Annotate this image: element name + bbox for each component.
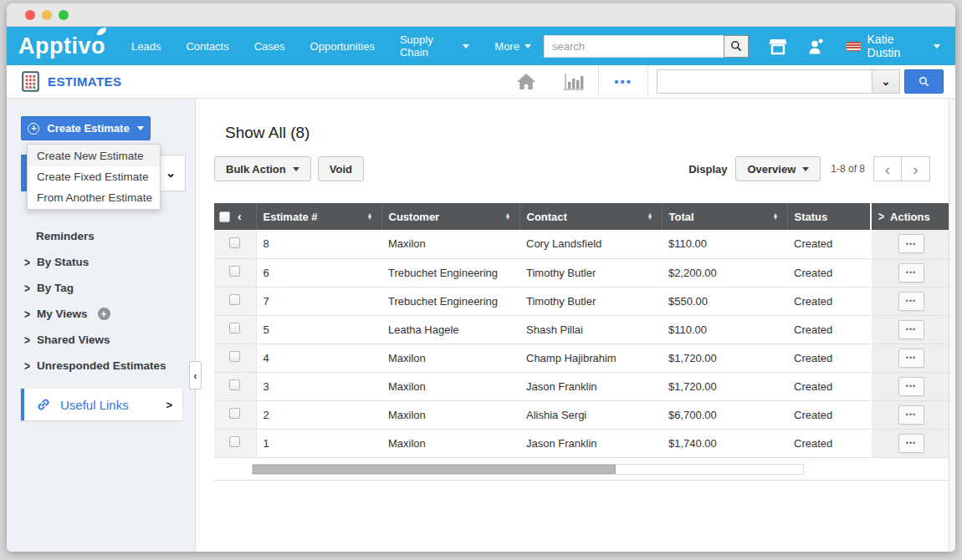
scrollbar-thumb[interactable] (253, 465, 616, 474)
sidebar-collapse-handle[interactable]: ‹ (189, 361, 202, 389)
window-zoom-button[interactable] (59, 10, 69, 20)
row-checkbox[interactable] (229, 379, 240, 390)
sidebar-item-useful-links[interactable]: Useful Links > (21, 389, 182, 420)
row-actions-button[interactable]: ••• (898, 349, 924, 368)
global-search-input[interactable] (544, 35, 724, 58)
row-checkbox[interactable] (229, 436, 240, 447)
column-header-customer[interactable]: Customer▲▼ (381, 203, 519, 230)
sort-icon[interactable]: ▲▼ (773, 213, 780, 221)
row-actions-cell: ••• (871, 400, 950, 429)
row-actions-button[interactable]: ••• (898, 434, 924, 453)
row-actions-button[interactable]: ••• (898, 377, 924, 396)
sidebar-item-reminders[interactable]: Reminders (7, 223, 195, 249)
column-label: Customer (389, 211, 440, 223)
next-page-button[interactable]: › (902, 156, 930, 181)
store-icon[interactable] (769, 38, 787, 55)
reports-button[interactable] (550, 65, 598, 98)
main-nav: LeadsContactsCasesOpportunitiesSupply Ch… (119, 27, 544, 65)
table-row[interactable]: 3MaxilonJason Franklin$1,720.00Created••… (214, 372, 950, 400)
display-mode-value: Overview (747, 163, 796, 176)
bulk-action-button[interactable]: Bulk Action (214, 156, 311, 181)
column-header-estimate-[interactable]: Estimate #▲▼ (256, 203, 381, 230)
table-row[interactable]: 8MaxilonCory Landsfield$110.00Created••• (214, 230, 950, 258)
nav-item-opportunities[interactable]: Opportunities (298, 27, 387, 65)
global-search-button[interactable] (724, 35, 749, 58)
select-all-checkbox[interactable] (219, 211, 230, 222)
sort-icon[interactable]: ▲▼ (505, 213, 513, 221)
row-actions-button[interactable]: ••• (898, 320, 924, 339)
nav-item-leads[interactable]: Leads (119, 27, 173, 65)
void-button[interactable]: Void (318, 156, 364, 181)
display-mode-dropdown[interactable]: Overview (735, 156, 821, 181)
column-header-contact[interactable]: Contact▲▼ (519, 203, 662, 230)
apptivo-logo[interactable]: Apptivo (18, 33, 105, 59)
menu-item-from-another-estimate[interactable]: From Another Estimate (28, 187, 160, 208)
previous-page-button[interactable]: ‹ (873, 156, 902, 181)
more-options-button[interactable]: ••• (599, 74, 647, 89)
user-add-icon[interactable] (807, 38, 825, 55)
table-row[interactable]: 2MaxilonAlishia Sergi$6,700.00Created••• (214, 400, 950, 429)
user-menu[interactable]: Katie Dustin (847, 33, 940, 59)
column-header-actions[interactable]: >Actions (871, 203, 950, 230)
sidebar-item-unresponded-estimates[interactable]: >Unresponded Estimates (7, 353, 195, 379)
column-label: Estimate # (264, 211, 318, 223)
table-row[interactable]: 7Trebuchet EngineeringTimothy Butler$550… (214, 287, 950, 315)
cell-customer: Maxilon (381, 429, 519, 457)
bar-chart-icon (563, 73, 585, 91)
table-row[interactable]: 5Leatha HageleShash Pillai$110.00Created… (214, 315, 950, 344)
row-actions-button[interactable]: ••• (898, 234, 924, 253)
column-header-total[interactable]: Total▲▼ (662, 203, 787, 230)
divider (214, 480, 950, 481)
row-checkbox[interactable] (229, 294, 240, 305)
table-row[interactable]: 6Trebuchet EngineeringTimothy Butler$2,2… (214, 258, 950, 287)
sort-icon[interactable]: ▲▼ (367, 213, 375, 221)
caret-down-icon (524, 44, 531, 48)
row-checkbox[interactable] (229, 408, 240, 419)
apptivo-logo-text: Apptivo (18, 33, 105, 59)
view-selector-toggle-button[interactable]: ⌄ (156, 155, 186, 191)
add-view-icon[interactable]: + (98, 308, 110, 320)
sort-icon[interactable]: ▲▼ (647, 213, 655, 221)
collapse-columns-icon[interactable]: ‹ (238, 210, 242, 223)
select-all-header: ‹ (214, 203, 256, 230)
row-checkbox[interactable] (229, 266, 240, 277)
sidebar-item-shared-views[interactable]: >Shared Views (7, 327, 195, 353)
display-controls: Display Overview 1-8 of 8 ‹ › (688, 156, 930, 181)
row-actions-button[interactable]: ••• (898, 292, 924, 311)
horizontal-scrollbar[interactable] (252, 464, 804, 475)
page-title: ESTIMATES (48, 74, 121, 89)
search-field-dropdown-button[interactable]: ⌄ (872, 70, 899, 93)
app-search-input[interactable] (658, 70, 872, 93)
window-minimize-button[interactable] (42, 10, 52, 20)
home-button[interactable] (503, 65, 550, 98)
row-checkbox[interactable] (229, 323, 240, 333)
window-right-gutter (949, 99, 955, 552)
menu-item-create-new-estimate[interactable]: Create New Estimate (28, 145, 160, 166)
chevron-right-icon: > (878, 210, 884, 223)
nav-item-supply-chain[interactable]: Supply Chain (387, 27, 482, 65)
column-label: Contact (527, 211, 567, 223)
estimates-table: ‹Estimate #▲▼Customer▲▼Contact▲▼Total▲▼S… (214, 203, 950, 458)
nav-item-contacts[interactable]: Contacts (173, 27, 241, 65)
create-estimate-button[interactable]: + Create Estimate (21, 116, 151, 140)
column-header-status[interactable]: Status (787, 203, 871, 230)
nav-item-more[interactable]: More (482, 27, 544, 65)
create-estimate-dropdown-menu: Create New EstimateCreate Fixed Estimate… (27, 144, 161, 210)
caret-down-icon (802, 167, 809, 171)
row-checkbox[interactable] (229, 351, 240, 362)
app-search-button[interactable] (904, 69, 944, 94)
link-icon (36, 397, 51, 412)
table-row[interactable]: 4MaxilonChamp Hajibrahim$1,720.00Created… (214, 344, 950, 372)
menu-item-create-fixed-estimate[interactable]: Create Fixed Estimate (28, 166, 160, 187)
sidebar-item-by-status[interactable]: >By Status (7, 249, 195, 275)
row-actions-button[interactable]: ••• (898, 263, 924, 283)
table-row[interactable]: 1MaxilonJason Franklin$1,740.00Created••… (214, 429, 950, 457)
row-actions-button[interactable]: ••• (898, 405, 924, 425)
sidebar-item-by-tag[interactable]: >By Tag (7, 275, 195, 301)
row-checkbox[interactable] (229, 237, 240, 248)
window-close-button[interactable] (25, 10, 35, 20)
sidebar-item-my-views[interactable]: >My Views+ (7, 301, 195, 327)
topnav-right: Katie Dustin (544, 33, 940, 59)
cell-status: Created (787, 344, 871, 372)
nav-item-cases[interactable]: Cases (242, 27, 298, 65)
